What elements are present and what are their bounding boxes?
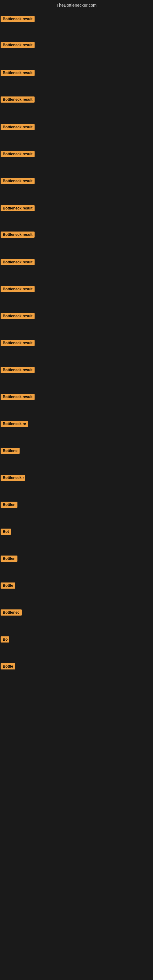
bottleneck-badge-4[interactable]: Bottleneck result [1, 97, 35, 103]
bottleneck-badge-22[interactable]: Bottle [1, 582, 15, 589]
bottleneck-badge-11[interactable]: Bottleneck result [1, 286, 35, 292]
result-row-5: Bottleneck result [1, 124, 35, 130]
result-row-10: Bottleneck result [1, 259, 35, 265]
result-row-8: Bottleneck result [1, 205, 35, 211]
result-row-12: Bottleneck result [1, 313, 35, 319]
bottleneck-badge-24[interactable]: Bo [1, 636, 9, 643]
bottleneck-badge-16[interactable]: Bottleneck re [1, 421, 28, 427]
bottleneck-badge-7[interactable]: Bottleneck result [1, 178, 35, 184]
result-row-2: Bottleneck result [1, 42, 35, 48]
bottleneck-badge-9[interactable]: Bottleneck result [1, 232, 35, 238]
result-row-24: Bo [1, 636, 9, 644]
result-row-15: Bottleneck result [1, 394, 35, 400]
bottleneck-badge-6[interactable]: Bottleneck result [1, 151, 35, 157]
result-row-20: Bot [1, 528, 11, 536]
bottleneck-badge-23[interactable]: Bottlenec [1, 609, 22, 616]
bottleneck-badge-2[interactable]: Bottleneck result [1, 42, 35, 48]
bottleneck-badge-17[interactable]: Bottlene [1, 448, 19, 454]
page-container: TheBottlenecker.com Bottleneck result Bo… [0, 0, 153, 980]
bottleneck-badge-8[interactable]: Bottleneck result [1, 205, 35, 211]
bottleneck-badge-18[interactable]: Bottleneck r [1, 475, 25, 481]
bottleneck-badge-19[interactable]: Bottlen [1, 502, 18, 508]
result-row-21: Bottlen [1, 555, 18, 563]
result-row-7: Bottleneck result [1, 178, 35, 184]
bottleneck-badge-14[interactable]: Bottleneck result [1, 367, 35, 373]
result-row-1: Bottleneck result [1, 16, 35, 22]
result-row-14: Bottleneck result [1, 367, 35, 373]
result-row-9: Bottleneck result [1, 232, 35, 238]
bottleneck-badge-1[interactable]: Bottleneck result [1, 16, 35, 22]
bottleneck-badge-10[interactable]: Bottleneck result [1, 259, 35, 265]
result-row-19: Bottlen [1, 502, 18, 509]
result-row-4: Bottleneck result [1, 97, 35, 103]
result-row-3: Bottleneck result [1, 70, 35, 76]
result-row-6: Bottleneck result [1, 151, 35, 157]
result-row-22: Bottle [1, 582, 15, 590]
result-row-17: Bottlene [1, 448, 19, 455]
bottleneck-badge-3[interactable]: Bottleneck result [1, 70, 35, 76]
result-row-16: Bottleneck re [1, 421, 28, 428]
bottleneck-badge-20[interactable]: Bot [1, 528, 11, 535]
bottleneck-badge-25[interactable]: Bottle [1, 663, 15, 670]
bottleneck-badge-5[interactable]: Bottleneck result [1, 124, 35, 130]
result-row-18: Bottleneck r [1, 475, 25, 482]
result-row-13: Bottleneck result [1, 340, 35, 346]
bottleneck-badge-21[interactable]: Bottlen [1, 555, 18, 562]
bottleneck-badge-13[interactable]: Bottleneck result [1, 340, 35, 346]
result-row-25: Bottle [1, 663, 15, 671]
bottleneck-badge-12[interactable]: Bottleneck result [1, 313, 35, 319]
result-row-11: Bottleneck result [1, 286, 35, 292]
site-header: TheBottlenecker.com [0, 0, 153, 10]
result-row-23: Bottlenec [1, 609, 22, 617]
site-title: TheBottlenecker.com [56, 3, 97, 8]
bottleneck-badge-15[interactable]: Bottleneck result [1, 394, 35, 400]
